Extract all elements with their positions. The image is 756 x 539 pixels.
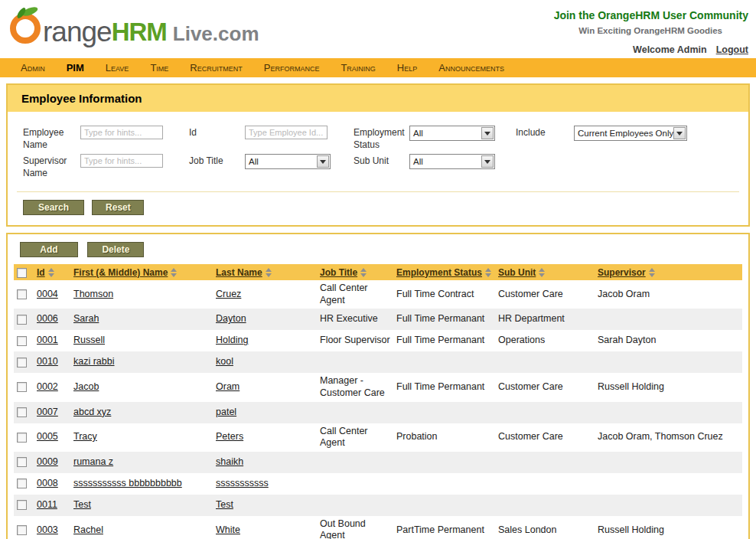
employee-name-input[interactable] [80, 126, 163, 139]
employee-first-name-link[interactable]: Rachel [73, 524, 103, 535]
column-header-job-title[interactable]: Job Title [320, 267, 357, 278]
nav-item-recruitment[interactable]: Recruitment [179, 58, 253, 77]
cell-last: kool [213, 351, 317, 373]
include-select[interactable]: Current Employees Only [574, 126, 687, 141]
employee-id-link[interactable]: 0001 [37, 335, 58, 345]
nav-item-admin[interactable]: Admin [10, 58, 56, 77]
sub-unit-select[interactable]: All [409, 154, 495, 169]
supervisor-name-input[interactable] [80, 154, 163, 168]
chevron-down-icon[interactable] [673, 127, 686, 139]
employee-id-link[interactable]: 0006 [37, 313, 58, 324]
nav-item-performance[interactable]: Performance [253, 58, 331, 77]
sort-icon[interactable] [171, 268, 177, 277]
page-title: Employee Information [8, 85, 748, 112]
nav-item-help[interactable]: Help [386, 58, 428, 77]
employee-first-name-link[interactable]: abcd xyz [73, 407, 111, 417]
row-checkbox[interactable] [17, 433, 27, 443]
cell-supervisor [595, 452, 742, 473]
employment-status-select[interactable]: All [409, 126, 495, 141]
table-row: 0003RachelWhiteOut Bound AgentPartTime P… [14, 516, 742, 539]
sort-icon[interactable] [649, 268, 655, 277]
nav-item-training[interactable]: Training [330, 58, 386, 77]
cell-status [393, 495, 495, 516]
employee-first-name-link[interactable]: Test [73, 499, 91, 510]
row-checkbox[interactable] [17, 382, 27, 392]
sub-unit-label: Sub Unit [354, 154, 409, 182]
employee-first-name-link[interactable]: Russell [73, 335, 105, 345]
row-checkbox[interactable] [17, 479, 27, 488]
search-panel: Employee Information Employee Name Id Em… [6, 83, 750, 227]
orange-fruit-icon [6, 3, 46, 46]
delete-button[interactable]: Delete [87, 242, 144, 257]
reset-button[interactable]: Reset [92, 200, 144, 215]
column-header-supervisor[interactable]: Supervisor [598, 267, 646, 278]
chevron-down-icon[interactable] [481, 155, 494, 168]
employee-last-name-link[interactable]: patel [216, 407, 236, 417]
row-checkbox[interactable] [17, 407, 27, 417]
row-checkbox[interactable] [17, 289, 27, 299]
employee-last-name-link[interactable]: Oram [216, 381, 240, 392]
cell-first: Jacob [70, 373, 213, 401]
search-button[interactable]: Search [23, 200, 84, 215]
sort-icon[interactable] [266, 268, 272, 277]
main-nav: Admin PIM Leave Time Recruitment Perform… [0, 58, 756, 77]
select-all-checkbox[interactable] [17, 268, 27, 278]
employee-id-link[interactable]: 0010 [37, 356, 58, 367]
employee-first-name-link[interactable]: Tracy [73, 431, 97, 442]
column-header-employment-status[interactable]: Employment Status [396, 267, 482, 278]
employee-last-name-link[interactable]: Peters [216, 431, 243, 442]
cell-status: Full Time Permanant [393, 330, 495, 351]
employee-id-link[interactable]: 0005 [37, 431, 58, 442]
cell-id: 0004 [34, 280, 70, 309]
employee-id-link[interactable]: 0009 [37, 456, 58, 467]
sort-icon[interactable] [360, 268, 367, 277]
chevron-down-icon[interactable] [481, 127, 494, 139]
employee-first-name-link[interactable]: rumana z [73, 456, 113, 467]
column-header-first-name[interactable]: First (& Middle) Name [73, 267, 168, 278]
chevron-down-icon[interactable] [317, 155, 329, 168]
employee-id-link[interactable]: 0003 [37, 524, 58, 535]
employee-last-name-link[interactable]: Test [216, 499, 233, 510]
employee-last-name-link[interactable]: Holding [216, 335, 248, 345]
employee-last-name-link[interactable]: Cruez [216, 289, 241, 299]
employee-id-input[interactable] [245, 126, 327, 139]
sort-icon[interactable] [539, 268, 545, 277]
row-checkbox[interactable] [17, 315, 27, 325]
employee-id-link[interactable]: 0007 [37, 407, 58, 417]
cell-status: Full Time Permanant [393, 309, 495, 330]
community-link[interactable]: Join the OrangeHRM User Community [554, 9, 748, 21]
column-header-last-name[interactable]: Last Name [216, 267, 262, 278]
row-checkbox[interactable] [17, 358, 27, 368]
row-checkbox[interactable] [17, 457, 27, 467]
cell-id: 0010 [34, 351, 70, 373]
employee-id-link[interactable]: 0011 [37, 499, 57, 510]
employee-last-name-link[interactable]: sssssssssss [216, 478, 269, 488]
row-checkbox[interactable] [17, 336, 27, 346]
column-header-id[interactable]: Id [37, 267, 45, 278]
job-title-select[interactable]: All [245, 154, 331, 169]
employee-first-name-link[interactable]: kazi rabbi [73, 356, 115, 367]
employee-first-name-link[interactable]: Sarah [73, 313, 99, 324]
logout-link[interactable]: Logout [716, 44, 748, 55]
employee-first-name-link[interactable]: Jacob [73, 381, 99, 392]
sort-icon[interactable] [48, 268, 54, 277]
id-label: Id [189, 126, 245, 154]
employee-last-name-link[interactable]: White [216, 524, 240, 535]
employee-id-link[interactable]: 0008 [37, 478, 58, 488]
employee-first-name-link[interactable]: Thomson [73, 289, 113, 299]
employee-last-name-link[interactable]: shaikh [216, 456, 243, 467]
sort-icon[interactable] [485, 268, 491, 277]
nav-item-pim[interactable]: PIM [56, 58, 95, 77]
add-button[interactable]: Add [20, 242, 78, 257]
employee-last-name-link[interactable]: Dayton [216, 313, 246, 324]
employee-id-link[interactable]: 0004 [37, 289, 58, 299]
row-checkbox[interactable] [17, 500, 27, 510]
employee-first-name-link[interactable]: sssssssssss bbbbbbbbbb [73, 478, 182, 488]
nav-item-announcements[interactable]: Announcements [428, 58, 515, 77]
nav-item-time[interactable]: Time [139, 58, 179, 77]
employee-last-name-link[interactable]: kool [216, 356, 233, 367]
employee-id-link[interactable]: 0002 [37, 381, 58, 392]
nav-item-leave[interactable]: Leave [95, 58, 140, 77]
column-header-sub-unit[interactable]: Sub Unit [498, 267, 536, 278]
row-checkbox[interactable] [17, 525, 27, 535]
